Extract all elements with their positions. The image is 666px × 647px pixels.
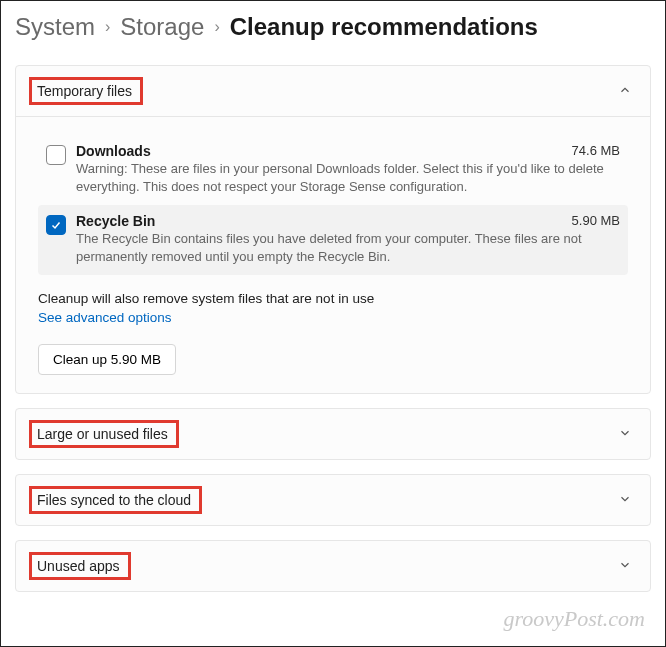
item-description: The Recycle Bin contains files you have … [76, 230, 620, 265]
item-size: 74.6 MB [572, 143, 620, 159]
breadcrumb: System › Storage › Cleanup recommendatio… [15, 9, 651, 51]
breadcrumb-system[interactable]: System [15, 13, 95, 41]
cleanup-item-downloads[interactable]: Downloads 74.6 MB Warning: These are fil… [38, 135, 628, 205]
chevron-down-icon [618, 492, 632, 509]
section-body-temporary-files: Downloads 74.6 MB Warning: These are fil… [16, 116, 650, 393]
section-header-large-unused-files[interactable]: Large or unused files [16, 409, 650, 459]
section-header-unused-apps[interactable]: Unused apps [16, 541, 650, 591]
chevron-down-icon [618, 426, 632, 443]
chevron-up-icon [618, 83, 632, 100]
section-files-synced-cloud: Files synced to the cloud [15, 474, 651, 526]
section-large-unused-files: Large or unused files [15, 408, 651, 460]
cleanup-item-recycle-bin[interactable]: Recycle Bin 5.90 MB The Recycle Bin cont… [38, 205, 628, 275]
section-title: Files synced to the cloud [29, 486, 202, 514]
chevron-right-icon: › [214, 18, 219, 36]
item-description: Warning: These are files in your persona… [76, 160, 620, 195]
item-title: Downloads [76, 143, 151, 159]
section-title: Unused apps [29, 552, 131, 580]
section-header-temporary-files[interactable]: Temporary files [16, 66, 650, 116]
section-temporary-files: Temporary files Downloads 74.6 MB Warnin… [15, 65, 651, 394]
page-title: Cleanup recommendations [230, 13, 538, 41]
item-size: 5.90 MB [572, 213, 620, 229]
checkbox-recycle-bin[interactable] [46, 215, 66, 235]
section-title: Large or unused files [29, 420, 179, 448]
chevron-right-icon: › [105, 18, 110, 36]
watermark: groovyPost.com [503, 606, 645, 632]
cleanup-note: Cleanup will also remove system files th… [38, 291, 628, 306]
section-title: Temporary files [29, 77, 143, 105]
section-unused-apps: Unused apps [15, 540, 651, 592]
chevron-down-icon [618, 558, 632, 575]
checkbox-downloads[interactable] [46, 145, 66, 165]
item-title: Recycle Bin [76, 213, 155, 229]
see-advanced-options-link[interactable]: See advanced options [38, 310, 172, 325]
section-header-files-synced-cloud[interactable]: Files synced to the cloud [16, 475, 650, 525]
clean-up-button[interactable]: Clean up 5.90 MB [38, 344, 176, 375]
breadcrumb-storage[interactable]: Storage [120, 13, 204, 41]
